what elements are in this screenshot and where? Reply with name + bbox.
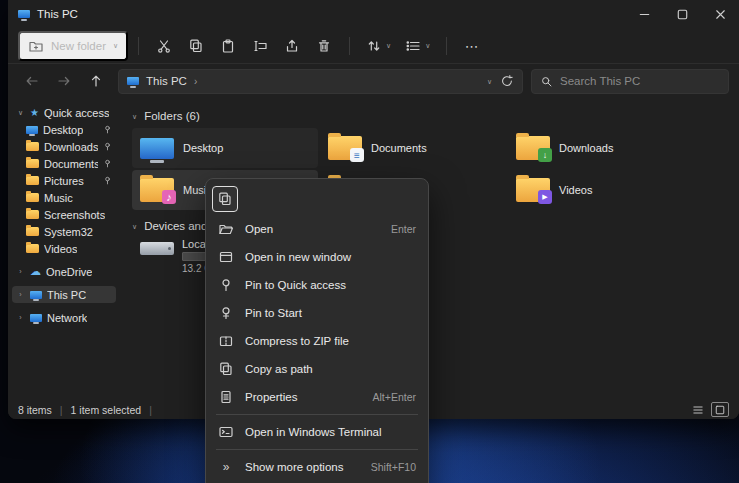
menu-item-pin-to-start[interactable]: Pin to Start (210, 299, 424, 327)
chevron-down-icon[interactable]: ∨ (16, 109, 25, 117)
sort-button[interactable]: ∨ (360, 31, 397, 61)
titlebar: This PC (8, 0, 739, 28)
desktop-icon (26, 126, 38, 134)
music-emblem-icon: ♪ (162, 190, 176, 204)
sidebar-item-desktop[interactable]: Desktop (12, 121, 116, 138)
new-window-icon (218, 249, 234, 265)
sidebar-item-system32[interactable]: System32 (12, 223, 116, 240)
back-button[interactable] (18, 67, 46, 95)
music-folder-icon: ♪ (140, 178, 174, 202)
close-button[interactable] (701, 0, 739, 28)
sidebar-item-documents[interactable]: Documents (12, 155, 116, 172)
refresh-button[interactable] (500, 74, 514, 88)
item-count: 8 items (18, 404, 52, 416)
chevron-right-icon[interactable]: › (16, 314, 25, 321)
search-box[interactable] (531, 69, 729, 94)
this-pc-icon (30, 291, 42, 299)
navigation-pane: ∨ ★ Quick access Desktop Downloads Docum… (8, 98, 120, 400)
maximize-button[interactable] (663, 0, 701, 28)
more-icon: ⋯ (465, 38, 480, 54)
menu-item-pin-quick-access[interactable]: Pin to Quick access (210, 271, 424, 299)
new-folder-button[interactable]: New folder ∨ (18, 31, 128, 61)
copy-icon (217, 191, 233, 207)
view-icon (405, 38, 421, 54)
chevron-right-icon[interactable]: › (194, 76, 197, 87)
sidebar-item-screenshots[interactable]: Screenshots (12, 206, 116, 223)
address-dropdown-icon[interactable]: ∨ (487, 78, 492, 85)
chevron-down-icon: ∨ (113, 42, 118, 49)
network-icon (30, 314, 42, 322)
navigation-bar: This PC › ∨ (8, 64, 739, 98)
new-folder-icon (28, 38, 44, 54)
desktop-icon (140, 138, 174, 159)
desktop-wallpaper: { "titlebar": { "title": "This PC" }, "t… (0, 0, 739, 483)
more-options-button[interactable]: ⋯ (457, 31, 487, 61)
sidebar-item-videos[interactable]: Videos (12, 240, 116, 257)
menu-item-properties[interactable]: Properties Alt+Enter (210, 383, 424, 411)
folder-tile-desktop[interactable]: Desktop (132, 128, 318, 168)
copy-path-icon (218, 361, 234, 377)
address-bar[interactable]: This PC › ∨ (118, 69, 523, 94)
menu-item-compress-zip[interactable]: Compress to ZIP file (210, 327, 424, 355)
window-controls (625, 0, 739, 28)
open-icon (218, 221, 234, 237)
sidebar-item-music[interactable]: Music (12, 189, 116, 206)
forward-button[interactable] (50, 67, 78, 95)
delete-button[interactable] (309, 31, 339, 61)
view-button[interactable]: ∨ (399, 31, 436, 61)
search-input[interactable] (560, 75, 700, 87)
folder-tile-downloads[interactable]: ↓ Downloads (508, 128, 694, 168)
hard-drive-icon (140, 242, 174, 255)
thumbnail-view-toggle[interactable] (711, 402, 729, 417)
videos-folder-icon (26, 244, 39, 254)
minimize-button[interactable] (625, 0, 663, 28)
chevron-down-icon: ∨ (132, 223, 137, 230)
show-more-icon: » (218, 459, 234, 475)
play-emblem-icon: ▶ (538, 190, 552, 204)
paste-button[interactable] (213, 31, 243, 61)
cut-button[interactable] (149, 31, 179, 61)
sidebar-item-quick-access[interactable]: ∨ ★ Quick access (12, 104, 116, 121)
rename-button[interactable] (245, 31, 275, 61)
folder-tile-videos[interactable]: ▶ Videos (508, 170, 694, 210)
menu-item-open-windows-terminal[interactable]: Open in Windows Terminal (210, 418, 424, 446)
context-menu: Open Enter Open in new window Pin to Qui… (205, 178, 429, 483)
sidebar-item-network[interactable]: › Network (12, 309, 116, 326)
copy-button[interactable] (212, 186, 238, 212)
up-button[interactable] (82, 67, 110, 95)
chevron-right-icon[interactable]: › (16, 291, 25, 298)
menu-item-open-new-window[interactable]: Open in new window (210, 243, 424, 271)
menu-separator (216, 414, 418, 415)
zip-icon (218, 333, 234, 349)
sidebar-item-this-pc[interactable]: › This PC (12, 286, 116, 303)
pin-icon (103, 142, 112, 151)
menu-item-show-more-options[interactable]: » Show more options Shift+F10 (210, 453, 424, 481)
menu-item-open[interactable]: Open Enter (210, 215, 424, 243)
sidebar-item-downloads[interactable]: Downloads (12, 138, 116, 155)
pin-icon (218, 277, 234, 293)
chevron-right-icon[interactable]: › (16, 268, 25, 275)
chevron-down-icon: ∨ (425, 42, 430, 49)
documents-folder-icon (26, 159, 39, 169)
details-view-toggle[interactable] (689, 402, 707, 417)
menu-separator (216, 449, 418, 450)
breadcrumb[interactable]: This PC (146, 75, 187, 87)
sidebar-item-pictures[interactable]: Pictures (12, 172, 116, 189)
folder-tile-documents[interactable]: ≡ Documents (320, 128, 506, 168)
window-title: This PC (37, 8, 78, 20)
chevron-down-icon: ∨ (386, 42, 391, 49)
copy-button[interactable] (181, 31, 211, 61)
share-button[interactable] (277, 31, 307, 61)
chevron-down-icon: ∨ (132, 113, 137, 120)
system32-folder-icon (26, 227, 39, 237)
toolbar-divider (446, 37, 447, 55)
terminal-icon (218, 424, 234, 440)
menu-item-copy-as-path[interactable]: Copy as path (210, 355, 424, 383)
sidebar-item-onedrive[interactable]: › ☁ OneDrive (12, 263, 116, 280)
pin-icon (103, 125, 112, 134)
music-folder-icon (26, 193, 39, 203)
search-icon (540, 75, 553, 88)
pin-icon (218, 305, 234, 321)
selected-count: 1 item selected (71, 404, 142, 416)
folders-section-header[interactable]: ∨ Folders (6) (132, 106, 727, 126)
